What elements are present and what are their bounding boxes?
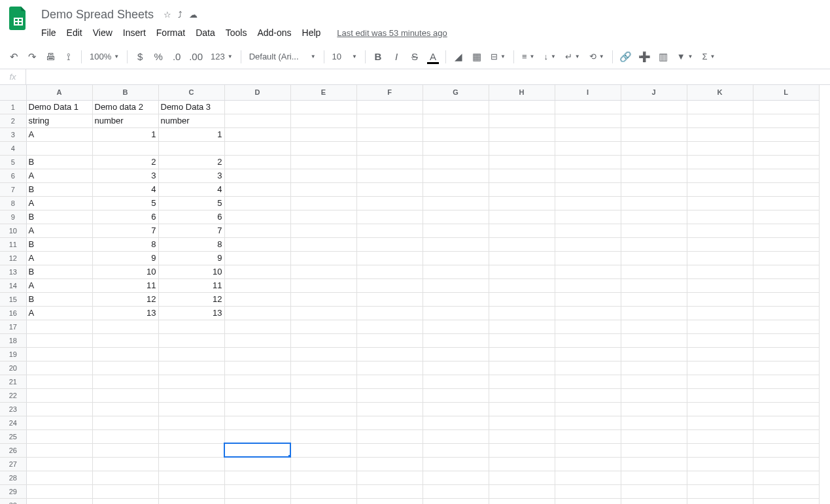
cell-A19[interactable] (26, 347, 92, 361)
text-color-button[interactable]: A (424, 48, 441, 65)
cell-L9[interactable] (753, 210, 819, 224)
cell-J28[interactable] (621, 471, 687, 484)
cell-L12[interactable] (753, 251, 819, 265)
row-header-16[interactable]: 16 (0, 306, 26, 320)
cell-B15[interactable]: 12 (92, 292, 158, 306)
column-header-K[interactable]: K (687, 85, 753, 100)
cell-B14[interactable]: 11 (92, 278, 158, 292)
cell-F2[interactable] (356, 114, 423, 127)
cell-F10[interactable] (356, 224, 423, 237)
cell-G19[interactable] (423, 347, 489, 361)
cell-B16[interactable]: 13 (92, 306, 158, 320)
strikethrough-button[interactable]: S (406, 48, 423, 65)
select-all-corner[interactable] (0, 85, 26, 100)
cell-I14[interactable] (555, 278, 621, 292)
cell-I2[interactable] (555, 114, 621, 127)
cell-L3[interactable] (753, 127, 819, 141)
cell-E24[interactable] (290, 416, 356, 429)
cell-K14[interactable] (687, 278, 753, 292)
cell-H27[interactable] (489, 457, 555, 471)
cell-K15[interactable] (687, 292, 753, 306)
cell-D28[interactable] (224, 471, 290, 484)
cell-G26[interactable] (423, 443, 489, 457)
row-header-6[interactable]: 6 (0, 169, 26, 182)
cell-K28[interactable] (687, 471, 753, 484)
menu-file[interactable]: File (37, 25, 61, 41)
row-header-13[interactable]: 13 (0, 265, 26, 278)
cell-F18[interactable] (356, 333, 423, 347)
cell-A4[interactable] (26, 141, 92, 155)
cell-H23[interactable] (489, 402, 555, 416)
row-header-29[interactable]: 29 (0, 484, 26, 498)
cell-E15[interactable] (290, 292, 356, 306)
cell-C8[interactable]: 5 (158, 196, 224, 210)
cell-C3[interactable]: 1 (158, 127, 224, 141)
cell-B30[interactable] (92, 498, 158, 504)
cell-L27[interactable] (753, 457, 819, 471)
cell-E12[interactable] (290, 251, 356, 265)
cell-I15[interactable] (555, 292, 621, 306)
cell-C6[interactable]: 3 (158, 169, 224, 182)
cell-C11[interactable]: 8 (158, 237, 224, 251)
cell-G10[interactable] (423, 224, 489, 237)
cell-K17[interactable] (687, 320, 753, 333)
cell-H6[interactable] (489, 169, 555, 182)
cell-B1[interactable]: Demo data 2 (92, 100, 158, 114)
column-header-B[interactable]: B (92, 85, 158, 100)
cell-G13[interactable] (423, 265, 489, 278)
cell-D16[interactable] (224, 306, 290, 320)
cell-E17[interactable] (290, 320, 356, 333)
cell-L18[interactable] (753, 333, 819, 347)
cell-J21[interactable] (621, 375, 687, 388)
cell-I9[interactable] (555, 210, 621, 224)
cell-L11[interactable] (753, 237, 819, 251)
cell-H22[interactable] (489, 388, 555, 402)
bold-button[interactable]: B (370, 48, 387, 65)
cell-B20[interactable] (92, 361, 158, 375)
cell-G12[interactable] (423, 251, 489, 265)
cell-C4[interactable] (158, 141, 224, 155)
cell-H20[interactable] (489, 361, 555, 375)
cell-E18[interactable] (290, 333, 356, 347)
cell-H9[interactable] (489, 210, 555, 224)
cell-I11[interactable] (555, 237, 621, 251)
cell-H12[interactable] (489, 251, 555, 265)
cell-I28[interactable] (555, 471, 621, 484)
cell-B7[interactable]: 4 (92, 182, 158, 196)
italic-button[interactable]: I (388, 48, 405, 65)
cell-G27[interactable] (423, 457, 489, 471)
cell-K16[interactable] (687, 306, 753, 320)
menu-view[interactable]: View (88, 25, 117, 41)
merge-button[interactable]: ⊟▼ (487, 48, 510, 65)
cell-B19[interactable] (92, 347, 158, 361)
cell-K24[interactable] (687, 416, 753, 429)
cell-F26[interactable] (356, 443, 423, 457)
cell-D9[interactable] (224, 210, 290, 224)
cell-C21[interactable] (158, 375, 224, 388)
cell-D4[interactable] (224, 141, 290, 155)
cell-B18[interactable] (92, 333, 158, 347)
redo-button[interactable]: ↷ (24, 48, 41, 65)
cell-D13[interactable] (224, 265, 290, 278)
cell-H16[interactable] (489, 306, 555, 320)
cell-A28[interactable] (26, 471, 92, 484)
cell-E19[interactable] (290, 347, 356, 361)
cell-I4[interactable] (555, 141, 621, 155)
cell-C13[interactable]: 10 (158, 265, 224, 278)
row-header-1[interactable]: 1 (0, 100, 26, 114)
cell-A24[interactable] (26, 416, 92, 429)
cell-I3[interactable] (555, 127, 621, 141)
paint-format-button[interactable]: ⟟ (60, 48, 77, 65)
cell-F8[interactable] (356, 196, 423, 210)
cell-E3[interactable] (290, 127, 356, 141)
cell-B11[interactable]: 8 (92, 237, 158, 251)
spreadsheet-grid[interactable]: ABCDEFGHIJKL1Demo Data 1Demo data 2Demo … (0, 85, 830, 504)
cell-G30[interactable] (423, 498, 489, 504)
cell-C26[interactable] (158, 443, 224, 457)
cell-D18[interactable] (224, 333, 290, 347)
menu-data[interactable]: Data (191, 25, 220, 41)
cell-H1[interactable] (489, 100, 555, 114)
document-title[interactable]: Demo Spread Sheets (37, 6, 158, 24)
cell-D21[interactable] (224, 375, 290, 388)
cell-E27[interactable] (290, 457, 356, 471)
